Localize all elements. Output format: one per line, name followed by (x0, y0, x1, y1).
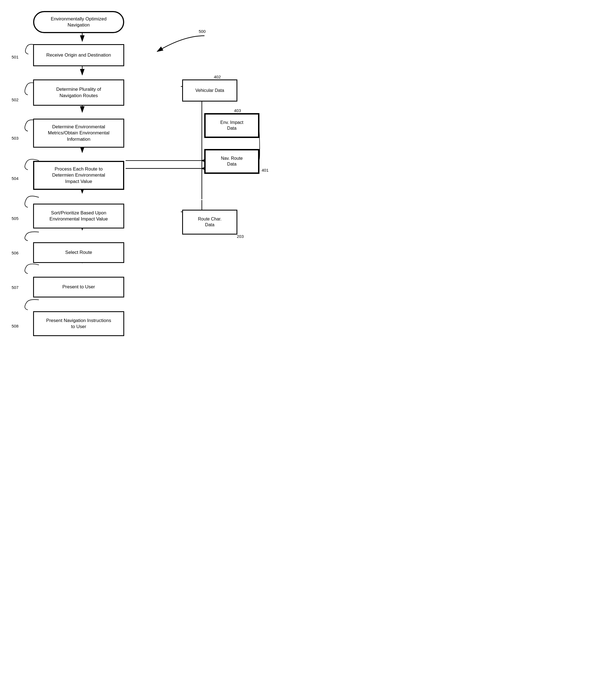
diagram-container: Environmentally Optimized Navigation Rec… (6, 6, 302, 336)
present-to-user-label: Present to User (62, 284, 95, 290)
ref-502: 502 (12, 97, 18, 102)
determine-environmental-box: Determine Environmental Metrics/Obtain E… (33, 119, 124, 148)
ref-506: 506 (12, 251, 18, 255)
sort-prioritize-label: Sort/Prioritize Based Upon Environmental… (49, 210, 108, 222)
present-to-user-box: Present to User (33, 277, 124, 297)
route-char-data-label: Route Char. Data (198, 216, 221, 228)
present-navigation-label: Present Navigation Instructions to User (46, 317, 111, 330)
ref-507: 507 (12, 285, 18, 290)
receive-origin-label: Receive Origin and Destination (46, 52, 111, 58)
nav-route-data-label: Nav. Route Data (221, 156, 243, 167)
ref-403: 403 (234, 108, 241, 113)
process-each-route-label: Process Each Route to Determien Environm… (52, 166, 105, 184)
process-each-route-box: Process Each Route to Determien Environm… (33, 161, 124, 190)
ref-504: 504 (12, 176, 18, 181)
vehicular-data-box: Vehicular Data (182, 79, 237, 101)
determine-plurality-box: Determine Plurality of Navigation Routes (33, 79, 124, 106)
env-impact-data-box: Env. Impact Data (204, 113, 259, 138)
ref-508: 508 (12, 324, 18, 328)
determine-plurality-label: Determine Plurality of Navigation Routes (56, 86, 101, 98)
select-route-label: Select Route (65, 249, 92, 255)
vehicular-data-label: Vehicular Data (195, 88, 224, 93)
nav-route-data-box: Nav. Route Data (204, 149, 259, 174)
env-impact-data-label: Env. Impact Data (220, 120, 243, 131)
sort-prioritize-box: Sort/Prioritize Based Upon Environmental… (33, 204, 124, 228)
determine-environmental-label: Determine Environmental Metrics/Obtain E… (48, 124, 110, 142)
ref-501: 501 (12, 55, 18, 59)
receive-origin-box: Receive Origin and Destination (33, 44, 124, 66)
start-box: Environmentally Optimized Navigation (33, 11, 124, 33)
ref-402: 402 (214, 74, 221, 79)
ref-503: 503 (12, 136, 18, 141)
start-label: Environmentally Optimized Navigation (51, 16, 107, 28)
ref-500: 500 (199, 29, 206, 34)
ref-505: 505 (12, 216, 18, 221)
present-navigation-box: Present Navigation Instructions to User (33, 311, 124, 336)
ref-401: 401 (262, 168, 268, 173)
ref-203: 203 (237, 234, 244, 239)
select-route-box: Select Route (33, 242, 124, 263)
route-char-data-box: Route Char. Data (182, 210, 237, 235)
